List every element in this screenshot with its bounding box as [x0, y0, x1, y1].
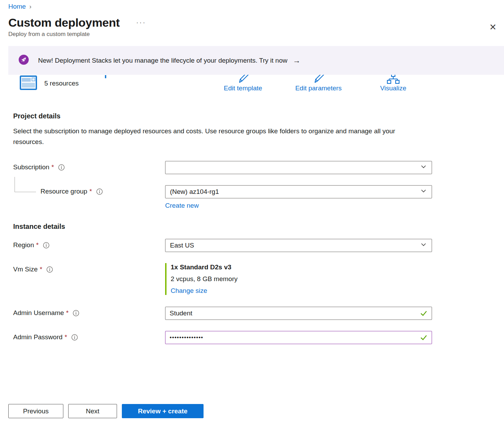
- resource-group-label: Resource group: [40, 188, 87, 195]
- region-label: Region: [13, 241, 34, 249]
- required-asterisk: *: [40, 266, 42, 273]
- subscription-connector-line: [15, 177, 36, 192]
- rocket-icon: [19, 55, 29, 66]
- breadcrumb-home-link[interactable]: Home: [8, 3, 26, 10]
- required-asterisk: *: [66, 309, 69, 317]
- admin-username-row: Admin Username *: [13, 307, 504, 320]
- visualize-button[interactable]: Visualize: [377, 75, 409, 92]
- edit-template-label: Edit template: [219, 84, 267, 92]
- project-details-description: Select the subscription to manage deploy…: [13, 126, 411, 147]
- vm-size-summary: 1x Standard D2s v3 2 vcpus, 8 GB memory …: [165, 263, 432, 295]
- next-button[interactable]: Next: [68, 404, 117, 418]
- info-icon[interactable]: [58, 164, 65, 171]
- admin-password-label: Admin Password: [13, 333, 63, 341]
- chevron-right-icon: ›: [29, 3, 32, 10]
- deployment-stacks-banner[interactable]: New! Deployment Stacks let you manage th…: [8, 46, 504, 75]
- previous-button[interactable]: Previous: [8, 404, 63, 418]
- chevron-down-icon: [421, 188, 426, 196]
- required-asterisk: *: [52, 163, 54, 171]
- footer-actions: Previous Next Review + create: [8, 404, 204, 418]
- required-asterisk: *: [65, 333, 67, 341]
- template-icon: [20, 75, 37, 91]
- instance-details-heading: Instance details: [13, 223, 504, 231]
- admin-username-input[interactable]: [165, 307, 432, 320]
- pencil-icon: [290, 75, 347, 84]
- region-dropdown[interactable]: East US: [165, 239, 432, 252]
- resource-group-row: Resource group * (New) az104-rg1: [13, 185, 504, 209]
- edit-parameters-label: Edit parameters: [290, 84, 347, 92]
- template-resources: 5 resources: [20, 75, 79, 91]
- required-asterisk: *: [36, 241, 38, 249]
- chevron-down-icon: [421, 242, 426, 249]
- more-options-icon[interactable]: ···: [135, 18, 148, 28]
- info-icon[interactable]: [46, 266, 53, 273]
- resource-group-value: (New) az104-rg1: [170, 188, 219, 196]
- change-size-link[interactable]: Change size: [171, 287, 207, 295]
- info-icon[interactable]: [71, 334, 78, 341]
- org-chart-icon: [377, 75, 409, 84]
- info-icon[interactable]: [73, 310, 79, 316]
- admin-password-row: Admin Password *: [13, 331, 504, 344]
- region-value: East US: [170, 242, 194, 249]
- arrow-right-icon[interactable]: →: [293, 56, 300, 65]
- vm-size-row: Vm Size * 1x Standard D2s v3 2 vcpus, 8 …: [13, 263, 504, 295]
- breadcrumb: Home ›: [0, 0, 504, 10]
- resource-group-dropdown[interactable]: (New) az104-rg1: [165, 185, 432, 198]
- clipped-element: [105, 75, 106, 78]
- subscription-row: Subscription *: [13, 161, 504, 174]
- info-icon[interactable]: [96, 188, 103, 195]
- visualize-label: Visualize: [377, 84, 409, 92]
- resources-count: 5 resources: [44, 80, 79, 87]
- admin-username-label: Admin Username: [13, 309, 64, 317]
- subscription-dropdown[interactable]: [165, 161, 432, 174]
- close-icon[interactable]: ✕: [487, 21, 498, 33]
- page-subtitle: Deploy from a custom template: [8, 31, 504, 38]
- page-title: Custom deployment: [8, 16, 120, 29]
- vm-size-label: Vm Size: [13, 266, 38, 273]
- template-bar: 5 resources Edit template Edit parameter…: [0, 75, 504, 96]
- header: Custom deployment ···: [8, 16, 504, 29]
- review-create-button[interactable]: Review + create: [122, 404, 204, 418]
- subscription-label: Subscription: [13, 163, 50, 171]
- edit-template-button[interactable]: Edit template: [219, 75, 267, 92]
- edit-parameters-button[interactable]: Edit parameters: [290, 75, 347, 92]
- pencil-icon: [219, 75, 267, 84]
- project-details-heading: Project details: [13, 112, 504, 120]
- banner-text: New! Deployment Stacks let you manage th…: [38, 57, 287, 64]
- admin-password-input[interactable]: [165, 331, 432, 344]
- chevron-down-icon: [421, 164, 426, 171]
- vm-size-specs: 2 vcpus, 8 GB memory: [171, 275, 432, 283]
- create-new-link[interactable]: Create new: [165, 202, 199, 209]
- required-asterisk: *: [89, 188, 92, 195]
- vm-size-title: 1x Standard D2s v3: [171, 263, 432, 271]
- info-icon[interactable]: [43, 242, 50, 249]
- region-row: Region * East US: [13, 239, 504, 252]
